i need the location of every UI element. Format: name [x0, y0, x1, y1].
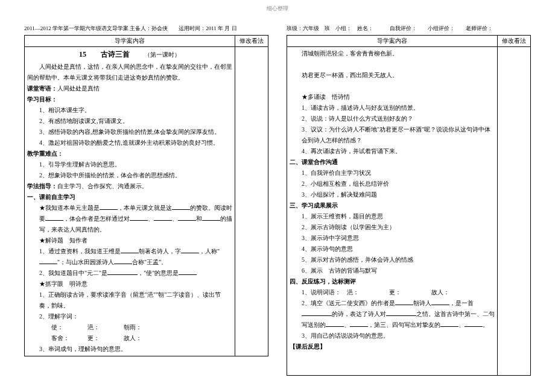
- left-meta: 2011—2012 学年第一学期六年级语文导学案 主备人：孙会侠 运用时间：20…: [24, 25, 268, 33]
- blank: [121, 246, 139, 253]
- th-edit-right: 修改看法: [498, 36, 531, 47]
- l3a: 1、引导学生理解古诗的意思。: [27, 159, 232, 170]
- rs4b: 2、填空《送元二使安西》的作者是朝诗人，是一首的诗，表达了诗人对之情。这首古诗中…: [290, 298, 495, 330]
- s1b1-mid2: ，人称": [199, 248, 220, 254]
- s1b2-pre: 2、我知道题目中"元二"是: [39, 270, 107, 276]
- rs4b-mid2: ，是一首: [449, 300, 474, 306]
- blank: [114, 257, 132, 264]
- blank: [465, 320, 483, 327]
- rs3: 三、学习成果展示: [290, 200, 495, 211]
- l1-row: 课堂寄语：人间处处是真情: [27, 83, 232, 94]
- l1-val: 人间处处是真情: [57, 85, 100, 92]
- page-header: 细心整理: [0, 0, 555, 25]
- lesson-sub: （第一课时）: [144, 51, 180, 58]
- rs4b-mid3: 的诗，表达了诗人对: [332, 311, 386, 317]
- blank: [39, 257, 57, 264]
- l3-label: 教学重难点：: [27, 148, 232, 159]
- blank: [431, 298, 449, 305]
- s1b1: 1、通过查资料，我知道王维是朝著名诗人，字，人称""；与山水田园派诗人合称"王孟…: [27, 246, 232, 268]
- s1c3: 3、串词成句，理解诗句的意思。: [27, 344, 232, 355]
- right-content: 渭城朝雨浥轻尘，客舍青青柳色新。 劝君更尽一杯酒，西出阳关无故人。 ★多诵读 悟…: [287, 47, 498, 376]
- blank: [154, 213, 172, 221]
- left-column: 2011—2012 学年第一学期六年级语文导学案 主备人：孙会侠 运用时间：20…: [24, 25, 268, 376]
- rs1c: 3、议议：为什么诗人不断地"劝君更尽一杯酒"呢？说说你从这句诗中体会到诗人怎样的…: [290, 124, 495, 146]
- rs1: ★多诵读 悟诗情: [290, 92, 495, 103]
- right-edit-cell: [498, 47, 531, 376]
- rs4b-mid: 朝诗人: [413, 300, 431, 306]
- l2c: 3、感悟诗歌的内容,想象诗歌所描绘的情景,体会挚友间的深厚友情。: [27, 127, 232, 138]
- blank: [350, 320, 368, 327]
- blank: [395, 298, 413, 305]
- blank: [178, 213, 196, 221]
- rs4b-pre: 2、填空《送元二使安西》的作者是: [302, 300, 395, 306]
- blank: [179, 268, 197, 275]
- rs2a: 1、自我评价自主学习状况: [290, 168, 495, 179]
- rs3d: 4、展示诗句的意思: [290, 244, 495, 254]
- s1a-pre: ★我知道本单元主题是: [39, 204, 100, 211]
- lesson-title: 古诗三首: [101, 50, 130, 58]
- w6: 故人：: [124, 335, 142, 341]
- w2: 浥：: [87, 324, 100, 330]
- blank: [130, 213, 148, 221]
- right-table: 导学案内容 修改看法 渭城朝雨浥轻尘，客舍青青柳色新。 劝君更尽一杯酒，西出阳关…: [287, 35, 531, 376]
- rs2b: 2、小组相互检查，组长总结评价: [290, 179, 495, 189]
- poem2: 劝君更尽一杯酒，西出阳关无故人。: [290, 70, 495, 81]
- blank: [100, 203, 118, 210]
- blank: [326, 320, 344, 327]
- l2d: 4、激起对祖国诗歌的酷爱之情,造就课外主动积累诗歌的良好习惯。: [27, 138, 232, 148]
- rs3f: 6、展示 古诗的背诵与默写: [290, 265, 495, 276]
- s1a-mid: ，本单元课文就是这: [118, 204, 172, 211]
- l1-label: 课堂寄语：: [27, 85, 57, 92]
- w1: 使：: [51, 324, 63, 330]
- blank: [181, 246, 199, 253]
- s1c1: 1、正确朗读古诗，要求读准字音（留意"浥""朝"二字读音）、读出节奏，韵味。: [27, 289, 232, 311]
- l3b: 2、想象诗歌中所描绘的情景，体会作者的思想感情。: [27, 170, 232, 181]
- lesson-no: 15: [79, 50, 86, 58]
- right-meta: 班级：六年级 班 小组： 姓名： 自我评价： 小组评价： 老师评价：: [287, 25, 531, 33]
- blank: [386, 309, 416, 316]
- rs3c: 3、展示诗中字词意思: [290, 233, 495, 244]
- s1b: ★解诗题 知作者: [27, 235, 232, 246]
- s1a-2: ，体会作者是怎样通过对: [63, 215, 130, 222]
- rs1d: 4、再次诵读古诗，并试着背诵下来。: [290, 146, 495, 157]
- right-column: 班级：六年级 班 小组： 姓名： 自我评价： 小组评价： 老师评价： 导学案内容…: [287, 25, 531, 376]
- lesson-title-row: 15 古诗三首 （第一课时）: [27, 48, 232, 62]
- s1b2: 2、我知道题目中"元二"是，"使"的意思是: [27, 268, 232, 279]
- rs3b: 2、展示古诗朗读（以学困生为主）: [290, 222, 495, 233]
- s1b1-pre: 1、通过查资料，我知道王维是: [39, 248, 121, 254]
- rs4c: 3、用自己的话说说诗句的意思。: [290, 330, 495, 341]
- th-content-right: 导学案内容: [287, 36, 498, 47]
- w4: 客舍：: [51, 335, 69, 341]
- s1b1-mid: 朝著名诗人，字: [139, 248, 181, 254]
- rs2c: 3、小组探讨，解决疑难问题: [290, 189, 495, 200]
- l2a: 1、相识本课生字。: [27, 105, 232, 116]
- blank: [440, 320, 458, 327]
- rs1b: 2、说说：诗人是以什么方式送别好友的？: [290, 113, 495, 124]
- left-edit-cell: [235, 47, 268, 356]
- s1c2: 2、理解字词：: [27, 311, 232, 322]
- l4-val: 自主学习、合作探究、沟通展示。: [57, 183, 148, 189]
- l4-row: 学法指导：自主学习、合作探究、沟通展示。: [27, 181, 232, 192]
- page-container: 2011—2012 学年第一学期六年级语文导学案 主备人：孙会侠 运用时间：20…: [0, 25, 555, 376]
- s1c: ★抓字眼 明诗意: [27, 279, 232, 289]
- s1-label: 一、课前自主学习: [27, 192, 232, 203]
- l2-label: 学习目标：: [27, 94, 232, 105]
- s1a: ★我知道本单元主题是，本单元课文就是这的赞歌。阅读时要，体会作者是怎样通过对、、…: [27, 203, 232, 235]
- rs4b-mid5: ，第三、四句写出对挚友的: [368, 321, 440, 328]
- l4-label: 学法指导：: [27, 183, 57, 189]
- rs4: 四、反应练习，达标测评: [290, 276, 495, 287]
- blank: [302, 309, 332, 316]
- rs1a: 1、诵读古诗，描述诗人与好友送别的情景。: [290, 103, 495, 113]
- th-content-left: 导学案内容: [25, 36, 235, 47]
- rs3a: 1、展示王维资料，题目的意思: [290, 211, 495, 222]
- l2b: 2、有感情地朗读课文,背诵课文。: [27, 116, 232, 127]
- s1b1-end2: 合称"王孟"。: [132, 259, 167, 265]
- left-content: 15 古诗三首 （第一课时） 人间处处是真情，这情，在亲人间的思念中，在挚友间的…: [25, 47, 235, 356]
- w5: 更：: [87, 335, 100, 341]
- w3: 朝雨：: [124, 324, 142, 330]
- blank: [45, 213, 63, 221]
- blank: [107, 268, 138, 275]
- s1b1-end: "；与山水田园派诗人: [57, 259, 114, 265]
- left-table: 导学案内容 修改看法 15 古诗三首 （第一课时） 人间处处是真情，这情，在亲人…: [24, 35, 268, 356]
- poem1: 渭城朝雨浥轻尘，客舍青青柳色新。: [290, 48, 495, 59]
